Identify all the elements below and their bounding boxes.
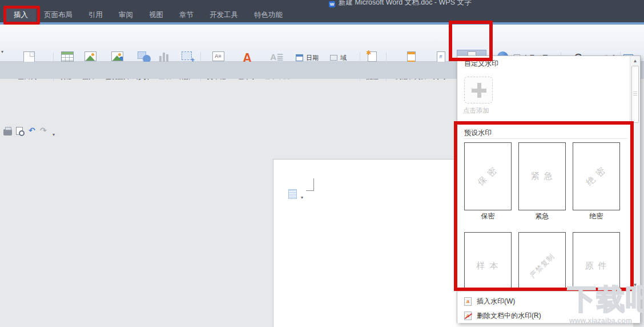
field-icon	[330, 55, 337, 61]
tab-developer[interactable]: 开发工具	[202, 7, 246, 22]
tab-insert[interactable]: 插入	[6, 7, 36, 22]
watermark-preview-text: 保 密	[476, 165, 500, 188]
watermark-preview-text: 严禁复制	[528, 252, 556, 280]
word-doc-icon: W	[329, 1, 335, 7]
section-divider	[463, 138, 627, 139]
preset-watermark-yuanjian[interactable]: 原 件	[573, 232, 620, 291]
clipped-dropdown-caret-icon	[0, 45, 3, 55]
insert-watermark-label: 插入水印(W)	[477, 297, 515, 306]
preset-watermark-yanjinfuzhi[interactable]: 严禁复制	[518, 232, 566, 291]
tab-page-layout[interactable]: 页面布局	[36, 7, 80, 22]
print-button[interactable]	[3, 127, 12, 135]
accent-divider	[0, 22, 644, 25]
screenshot-icon	[182, 51, 192, 60]
date-label: 日期	[306, 54, 319, 62]
table-icon	[61, 51, 74, 62]
menu-bar: 插入 页面布局 引用 审阅 视图 章节 开发工具 特色功能	[0, 7, 644, 22]
picture-icon	[84, 51, 96, 61]
tab-references[interactable]: 引用	[80, 7, 111, 22]
preset-watermark-jinji[interactable]: 紧 急	[518, 142, 566, 210]
tab-special-features[interactable]: 特色功能	[246, 7, 291, 22]
redo-button[interactable]: ↷	[40, 126, 47, 135]
preset-watermark-baomi[interactable]: 保 密	[464, 142, 512, 210]
margin-corner-mark	[306, 178, 314, 191]
preset-label-jinji: 紧急	[518, 212, 566, 221]
online-picture-icon	[111, 51, 123, 61]
watermark-preview-text: 绝 密	[584, 165, 609, 188]
watermark-panel-viewport: 自定义水印 点击添加 预设水印 保 密 紧 急 绝 密 保密 紧急 绝密 样 本…	[457, 56, 640, 291]
shapes-icon	[138, 51, 151, 63]
window-title: 新建 Microsoft Word 文档.doc - WPS 文字	[339, 0, 471, 7]
quick-access-dropdown[interactable]	[51, 128, 55, 138]
date-icon	[296, 54, 303, 61]
header-footer-icon	[407, 51, 416, 62]
watermark-dropdown-panel: 自定义水印 点击添加 预设水印 保 密 紧 急 绝 密 保密 紧急 绝密 样 本…	[457, 55, 641, 323]
watermark-preview-text: 紧 急	[530, 171, 553, 182]
paste-options-caret-icon[interactable]	[300, 195, 303, 200]
print-icon	[3, 129, 12, 135]
tab-view[interactable]: 视图	[141, 7, 171, 22]
scroll-up-icon[interactable]: ▲	[630, 57, 640, 65]
insert-watermark-icon: a	[464, 297, 472, 306]
insert-watermark-menu-item[interactable]: a 插入水印(W)	[457, 295, 640, 308]
scroll-down-icon[interactable]: ▼	[630, 281, 640, 289]
title-bar: W 新建 Microsoft Word 文档.doc - WPS 文字	[0, 0, 644, 7]
print-preview-icon	[16, 127, 23, 135]
watermark-preview-text: 样 本	[476, 261, 499, 272]
window-title-group: W 新建 Microsoft Word 文档.doc - WPS 文字	[329, 0, 471, 7]
preset-label-baomi: 保密	[464, 212, 512, 221]
undo-button[interactable]: ↶	[29, 126, 35, 135]
page-number-icon: #	[437, 51, 445, 62]
print-preview-button[interactable]	[16, 127, 23, 135]
watermark-preview-text: 原 件	[585, 261, 607, 272]
tab-section[interactable]: 章节	[171, 7, 202, 22]
chart-icon	[159, 51, 171, 62]
delete-watermark-label: 删除文档中的水印(R)	[477, 311, 541, 321]
field-label: 域	[340, 54, 347, 62]
add-watermark-hint: 点击添加	[463, 106, 489, 115]
watermark-panel-menu: a 插入水印(W) a 删除文档中的水印(R)	[457, 291, 640, 323]
tab-review[interactable]: 审阅	[111, 7, 141, 22]
paste-options-icon[interactable]	[288, 189, 297, 199]
delete-watermark-icon: a	[464, 312, 472, 320]
preset-watermark-juemi[interactable]: 绝 密	[573, 142, 620, 210]
preset-watermark-header: 预设水印	[464, 128, 492, 138]
delete-watermark-menu-item[interactable]: a 删除文档中的水印(R)	[457, 309, 640, 322]
custom-watermark-header: 自定义水印	[464, 59, 498, 69]
preset-watermark-yangben[interactable]: 样 本	[464, 232, 512, 291]
panel-scrollbar-thumb[interactable]	[631, 66, 639, 123]
comment-icon	[368, 51, 377, 62]
drop-cap-icon: A≣	[270, 51, 283, 63]
add-custom-watermark-button[interactable]	[464, 77, 493, 103]
preset-label-juemi: 绝密	[573, 212, 620, 221]
text-box-icon: A≡	[212, 51, 224, 61]
